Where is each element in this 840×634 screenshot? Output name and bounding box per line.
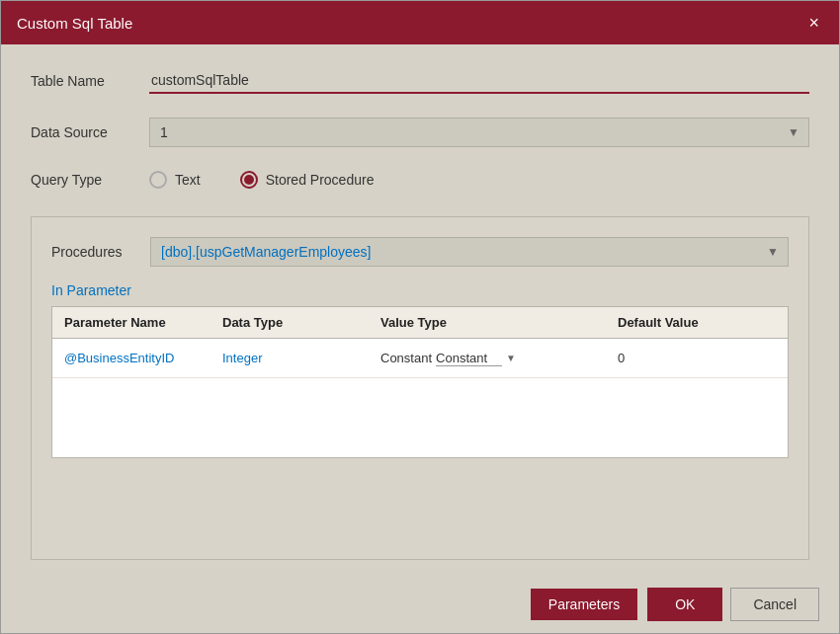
cancel-button[interactable]: Cancel bbox=[730, 588, 819, 621]
dialog-header: Custom Sql Table × bbox=[1, 1, 839, 44]
data-type-cell: Integer bbox=[222, 351, 380, 365]
inner-panel: Procedures [dbo].[uspGetManagerEmployees… bbox=[31, 216, 809, 560]
radio-stored-dot bbox=[244, 175, 254, 185]
table-name-control bbox=[149, 68, 809, 94]
in-parameter-label: In Parameter bbox=[51, 282, 789, 298]
table-row: @BusinessEntityID Integer Constant Const… bbox=[52, 339, 788, 378]
dialog-footer: Parameters OK Cancel bbox=[1, 576, 839, 633]
data-source-row: Data Source 1 ▼ bbox=[31, 118, 809, 147]
value-type-chevron-icon: ▼ bbox=[506, 353, 516, 363]
ok-button[interactable]: OK bbox=[647, 588, 722, 621]
default-value-cell: 0 bbox=[618, 351, 776, 365]
procedures-label: Procedures bbox=[51, 244, 150, 260]
col-header-param-name: Parameter Name bbox=[64, 315, 222, 330]
col-header-default-value: Default Value bbox=[618, 315, 776, 330]
radio-group: Text Stored Procedure bbox=[149, 171, 809, 189]
radio-text-option[interactable]: Text bbox=[149, 171, 201, 189]
col-header-value-type: Value Type bbox=[380, 315, 618, 330]
value-type-select[interactable]: Constant bbox=[436, 351, 502, 366]
dialog-title: Custom Sql Table bbox=[17, 15, 132, 32]
query-type-label: Query Type bbox=[31, 172, 149, 188]
param-table-body: @BusinessEntityID Integer Constant Const… bbox=[52, 339, 788, 457]
footer-left: Parameters bbox=[21, 589, 647, 620]
value-type-cell: Constant Constant ▼ bbox=[380, 351, 618, 366]
parameters-button[interactable]: Parameters bbox=[531, 589, 637, 620]
data-source-label: Data Source bbox=[31, 124, 149, 140]
close-button[interactable]: × bbox=[804, 14, 823, 32]
radio-stored-circle bbox=[240, 171, 258, 189]
query-type-row: Query Type Text Stored Procedure bbox=[31, 171, 809, 189]
value-type-wrapper: Constant Constant ▼ bbox=[380, 351, 618, 366]
dialog: Custom Sql Table × Table Name Data Sourc… bbox=[0, 0, 840, 634]
radio-text-circle bbox=[149, 171, 167, 189]
procedures-select-wrapper: [dbo].[uspGetManagerEmployees] ▼ bbox=[150, 237, 789, 267]
table-name-label: Table Name bbox=[31, 73, 149, 89]
data-source-control: 1 ▼ bbox=[149, 118, 809, 147]
footer-buttons-right: OK Cancel bbox=[647, 588, 819, 621]
param-table: Parameter Name Data Type Value Type Defa… bbox=[51, 306, 789, 458]
query-type-control: Text Stored Procedure bbox=[149, 171, 809, 189]
data-source-select[interactable]: 1 bbox=[149, 118, 809, 147]
table-name-row: Table Name bbox=[31, 68, 809, 94]
data-source-select-wrapper: 1 ▼ bbox=[149, 118, 809, 147]
procedures-row: Procedures [dbo].[uspGetManagerEmployees… bbox=[51, 237, 789, 267]
param-name-cell: @BusinessEntityID bbox=[64, 351, 222, 365]
param-table-header: Parameter Name Data Type Value Type Defa… bbox=[52, 307, 788, 339]
radio-stored-label: Stored Procedure bbox=[266, 172, 375, 188]
radio-stored-option[interactable]: Stored Procedure bbox=[240, 171, 375, 189]
dialog-body: Table Name Data Source 1 ▼ Query Type bbox=[1, 44, 839, 576]
value-type-text: Constant bbox=[380, 351, 432, 365]
col-header-data-type: Data Type bbox=[222, 315, 380, 330]
procedures-select[interactable]: [dbo].[uspGetManagerEmployees] bbox=[150, 237, 789, 267]
radio-text-label: Text bbox=[175, 172, 201, 188]
table-name-input[interactable] bbox=[149, 68, 809, 94]
footer-row: Parameters OK Cancel bbox=[21, 588, 819, 621]
